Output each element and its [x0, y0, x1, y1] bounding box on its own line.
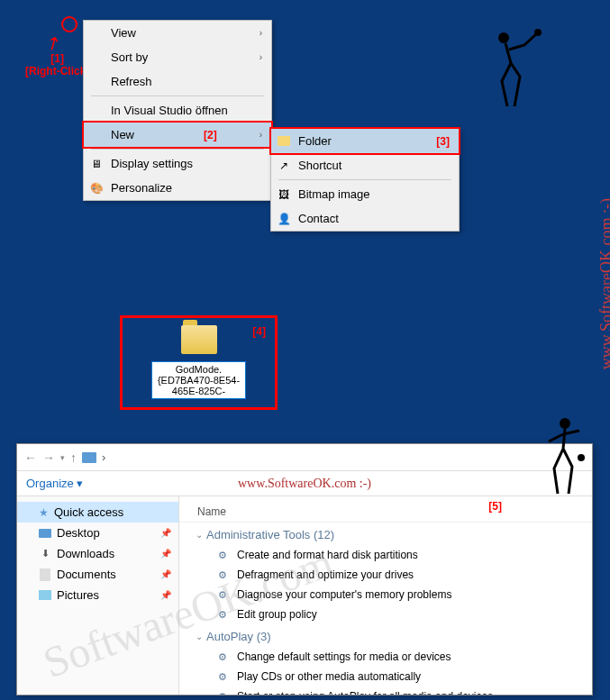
- menu-label: Shortcut: [298, 159, 341, 172]
- submenu-item-shortcut[interactable]: ↗ Shortcut: [271, 153, 459, 177]
- back-button[interactable]: ←: [24, 450, 37, 465]
- svg-point-3: [578, 454, 585, 461]
- group-autoplay[interactable]: ⌄ AutoPlay (3): [179, 624, 592, 647]
- watermark-text: www.SoftwareOK.com :-): [238, 477, 371, 491]
- menu-item-personalize[interactable]: 🎨 Personalize: [84, 176, 271, 200]
- menu-separator: [91, 149, 264, 150]
- menu-label: Bitmap image: [298, 187, 369, 201]
- monitor-icon: 🖥: [89, 157, 104, 171]
- star-icon: ★: [39, 506, 49, 519]
- list-item[interactable]: ⚙Create and format hard disk partitions: [179, 545, 592, 565]
- item-label: Change default settings for media or dev…: [237, 650, 451, 663]
- settings-icon: ⚙: [215, 689, 230, 695]
- contact-icon: 👤: [277, 212, 291, 226]
- submenu-item-folder[interactable]: Folder [3]: [269, 127, 460, 155]
- list-item[interactable]: ⚙Diagnose your computer's memory problem…: [179, 585, 592, 605]
- annotation-4: [4]: [252, 325, 266, 338]
- item-label: Create and format hard disk partitions: [237, 549, 418, 561]
- shortcut-icon: ↗: [277, 159, 291, 173]
- soccer-silhouette-icon: [493, 27, 547, 108]
- personalize-icon: 🎨: [89, 181, 104, 195]
- right-click-marker: [61, 16, 77, 32]
- item-label: Edit group policy: [237, 608, 317, 621]
- menu-label: View: [111, 26, 136, 40]
- group-admin-tools[interactable]: ⌄ Administrative Tools (12): [179, 523, 592, 545]
- explorer-sidebar: ★ Quick access Desktop 📌 ⬇ Downloads 📌 D…: [17, 496, 179, 695]
- sidebar-item-desktop[interactable]: Desktop 📌: [17, 523, 178, 543]
- list-item[interactable]: ⚙Edit group policy: [179, 605, 592, 624]
- desktop-context-menu: View › Sort by › Refresh In Visual Studi…: [83, 20, 272, 201]
- item-label: Defragment and optimize your drives: [237, 568, 414, 581]
- submenu-item-contact[interactable]: 👤 Contact: [271, 206, 459, 231]
- pictures-icon: [39, 589, 51, 602]
- history-dropdown-icon[interactable]: ▾: [60, 453, 65, 462]
- annotation-1-num: [1]: [25, 52, 89, 65]
- chevron-right-icon: ›: [259, 28, 262, 38]
- explorer-address-bar: ← → ▾ ↑ ›: [17, 444, 592, 471]
- settings-icon: ⚙: [215, 607, 230, 622]
- settings-icon: ⚙: [215, 587, 230, 602]
- chevron-down-icon: ⌄: [196, 632, 203, 641]
- svg-point-1: [534, 29, 542, 36]
- annotation-1: [1] [Right-Click]: [25, 52, 89, 77]
- soccer-silhouette-icon: [538, 414, 592, 495]
- breadcrumb-separator: ›: [102, 450, 105, 464]
- list-item[interactable]: ⚙Change default settings for media or de…: [179, 647, 592, 667]
- annotation-2: [2]: [204, 129, 217, 141]
- menu-label: Folder: [298, 134, 332, 148]
- pin-icon: 📌: [160, 569, 171, 579]
- menu-item-refresh[interactable]: Refresh: [84, 69, 271, 94]
- sidebar-label: Documents: [57, 568, 116, 581]
- explorer-toolbar: Organize ▾ www.SoftwareOK.com :-) [5]: [17, 471, 592, 496]
- chevron-down-icon: ⌄: [196, 530, 203, 540]
- new-submenu: Folder [3] ↗ Shortcut 🖼 Bitmap image 👤 C…: [270, 128, 460, 232]
- list-item[interactable]: ⚙Defragment and optimize your drives: [179, 565, 592, 585]
- list-item[interactable]: ⚙Play CDs or other media automatically: [179, 667, 592, 686]
- desktop-folder-rename: [4] GodMode.{ED7BA470-8E54-465E-825C-: [120, 315, 278, 410]
- menu-item-view[interactable]: View ›: [84, 21, 271, 45]
- explorer-body: ★ Quick access Desktop 📌 ⬇ Downloads 📌 D…: [17, 496, 592, 695]
- up-button[interactable]: ↑: [70, 450, 77, 465]
- menu-label: Sort by: [111, 50, 148, 64]
- pin-icon: 📌: [160, 528, 171, 538]
- sidebar-quick-access[interactable]: ★ Quick access: [17, 502, 178, 523]
- sidebar-label: Desktop: [57, 526, 100, 540]
- folder-icon: [277, 134, 291, 149]
- sidebar-item-pictures[interactable]: Pictures 📌: [17, 585, 178, 605]
- pin-icon: 📌: [160, 549, 171, 559]
- explorer-window: ← → ▾ ↑ › Organize ▾ www.SoftwareOK.com …: [16, 443, 593, 695]
- menu-label: Personalize: [111, 181, 172, 195]
- menu-item-sortby[interactable]: Sort by ›: [84, 45, 271, 69]
- chevron-right-icon: ›: [259, 130, 262, 140]
- desktop-icon: [39, 527, 51, 540]
- chevron-right-icon: ›: [259, 52, 262, 62]
- menu-item-visualstudio[interactable]: In Visual Studio öffnen: [84, 98, 271, 123]
- menu-item-display-settings[interactable]: 🖥 Display settings: [84, 151, 271, 176]
- column-header-name[interactable]: Name: [179, 502, 592, 523]
- settings-icon: ⚙: [215, 548, 230, 562]
- group-title: AutoPlay (3): [206, 630, 271, 643]
- watermark-vertical: www.SoftwareOK.com :-): [597, 198, 610, 369]
- documents-icon: [39, 568, 51, 581]
- menu-label: Display settings: [111, 157, 193, 170]
- item-label: Diagnose your computer's memory problems: [237, 588, 451, 601]
- menu-item-new[interactable]: New [2] ›: [82, 121, 273, 149]
- explorer-content: Name ⌄ Administrative Tools (12) ⚙Create…: [179, 496, 592, 695]
- forward-button[interactable]: →: [42, 450, 55, 465]
- location-icon[interactable]: [82, 452, 96, 463]
- sidebar-label: Quick access: [54, 505, 123, 519]
- folder-icon[interactable]: [181, 325, 217, 354]
- organize-button[interactable]: Organize ▾: [26, 477, 83, 490]
- list-item[interactable]: ⚙Start or stop using AutoPlay for all me…: [179, 686, 592, 695]
- settings-icon: ⚙: [215, 650, 230, 664]
- item-label: Play CDs or other media automatically: [237, 670, 421, 683]
- submenu-item-bitmap[interactable]: 🖼 Bitmap image: [271, 182, 459, 206]
- menu-separator: [91, 95, 264, 96]
- sidebar-label: Pictures: [57, 588, 99, 602]
- sidebar-item-downloads[interactable]: ⬇ Downloads 📌: [17, 543, 178, 564]
- menu-label: New: [111, 128, 134, 141]
- sidebar-label: Downloads: [57, 547, 114, 560]
- downloads-icon: ⬇: [39, 548, 51, 560]
- sidebar-item-documents[interactable]: Documents 📌: [17, 564, 178, 585]
- folder-name-input[interactable]: GodMode.{ED7BA470-8E54-465E-825C-: [151, 361, 246, 399]
